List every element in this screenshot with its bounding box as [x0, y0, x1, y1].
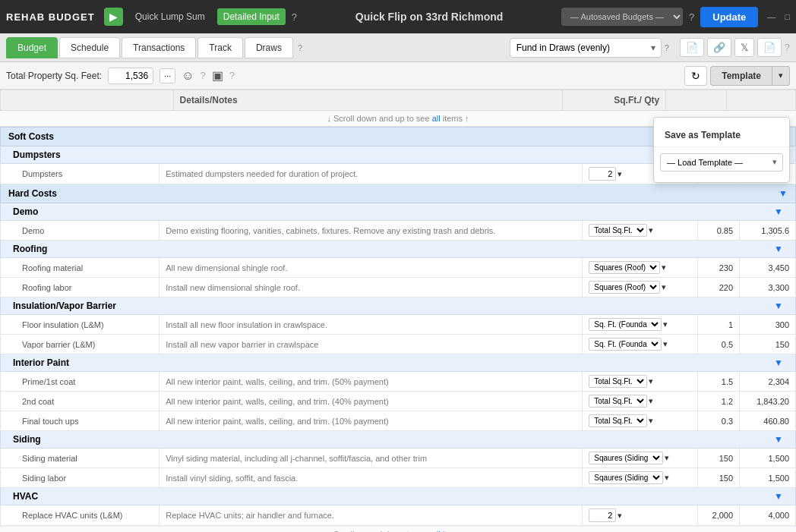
nav-help-icon[interactable]: ?: [292, 11, 297, 23]
qty-input[interactable]: [589, 167, 616, 181]
restore-button[interactable]: □: [785, 12, 790, 21]
sub-arrow[interactable]: ▼: [774, 434, 783, 445]
section-arrow[interactable]: ▼: [779, 188, 788, 199]
section-main-row[interactable]: Hard Costs ▼: [1, 184, 796, 203]
minimize-button[interactable]: —: [767, 12, 775, 21]
section-sub-label: Insulation/Vapor Barrier ▼: [1, 297, 796, 315]
pdf-icon-btn[interactable]: 📄: [757, 38, 782, 57]
tabs-bar: Budget Schedule Transactions Track Draws…: [0, 33, 796, 62]
calc-help[interactable]: ?: [229, 70, 235, 81]
update-button[interactable]: Update: [700, 7, 758, 27]
sqft-type-select[interactable]: Squares (Roof): [589, 281, 660, 294]
sub-arrow[interactable]: ▼: [774, 301, 783, 311]
sqft-type-select[interactable]: Total Sq.Ft.: [589, 414, 647, 427]
sqft-help[interactable]: ?: [201, 70, 206, 81]
row-name: Dumpsters: [1, 164, 160, 184]
top-nav: REHAB BUDGET ▶ Quick Lump Sum Detailed I…: [0, 0, 796, 33]
detailed-input-button[interactable]: Detailed Input: [217, 8, 286, 25]
person-icon[interactable]: ☺: [182, 69, 194, 83]
template-btn-group: Template ▾: [710, 66, 790, 86]
qty-input[interactable]: [589, 508, 616, 522]
icons-help[interactable]: ?: [785, 42, 790, 53]
sqft-dropdown-arrow[interactable]: ▾: [665, 473, 669, 483]
tabs-help-icon[interactable]: ?: [298, 43, 302, 52]
tab-budget[interactable]: Budget: [6, 37, 58, 58]
fund-help-icon[interactable]: ?: [665, 43, 669, 52]
sqft-dots-btn[interactable]: ···: [160, 68, 175, 83]
scroll-hint-all-link[interactable]: all: [432, 114, 441, 123]
row-name: 2nd coat: [1, 392, 160, 411]
sqft-type-select[interactable]: Total Sq.Ft.: [589, 224, 647, 237]
sqft-type-select[interactable]: Total Sq.Ft.: [589, 375, 647, 388]
qty-arrow[interactable]: ▾: [618, 511, 622, 521]
doc-icon-btn[interactable]: 📄: [680, 38, 704, 57]
template-btn[interactable]: Template: [710, 66, 772, 86]
excel-icon-btn[interactable]: 𝕏: [734, 38, 754, 57]
section-sub-row[interactable]: Demo ▼: [1, 203, 796, 221]
row-price: 0.5: [698, 335, 740, 354]
sqft-dropdown-arrow[interactable]: ▾: [649, 396, 653, 406]
sqft-dropdown-arrow[interactable]: ▾: [649, 225, 653, 235]
save-as-template[interactable]: Save as Template: [654, 124, 789, 147]
sqft-dropdown-arrow[interactable]: ▾: [649, 416, 653, 426]
row-sqft: Total Sq.Ft. ▾: [583, 221, 698, 241]
tab-schedule[interactable]: Schedule: [59, 37, 120, 58]
sqft-type-select[interactable]: Total Sq.Ft.: [589, 395, 647, 408]
sqft-dropdown-arrow[interactable]: ▾: [663, 320, 668, 329]
sqft-dropdown-arrow[interactable]: ▾: [663, 339, 668, 349]
tab-track[interactable]: Track: [197, 37, 243, 58]
section-sub-row[interactable]: Roofing ▼: [1, 241, 796, 258]
sqft-type-select[interactable]: Squares (Roof): [589, 261, 660, 274]
sqft-dropdown-arrow[interactable]: ▾: [649, 376, 653, 386]
sqft-type-select[interactable]: Sq. Ft. (Founda: [589, 318, 662, 331]
tab-draws[interactable]: Draws: [245, 37, 293, 58]
row-notes: Install all new floor insulation in craw…: [160, 315, 583, 335]
sqft-type-select[interactable]: Sqaures (Siding: [589, 452, 663, 464]
row-name: Replace HVAC units (L&M): [1, 505, 160, 526]
row-total: 2,304: [740, 372, 796, 392]
sqft-type-select[interactable]: Sqaures (Siding: [589, 471, 663, 484]
section-sub-row[interactable]: HVAC ▼: [1, 488, 796, 505]
sub-arrow[interactable]: ▼: [774, 357, 783, 368]
section-sub-row[interactable]: Siding ▼: [1, 431, 796, 449]
sqft-input[interactable]: [108, 68, 153, 84]
row-total: 4,000: [740, 505, 796, 526]
sqft-dropdown-arrow[interactable]: ▾: [665, 453, 669, 463]
qty-arrow[interactable]: ▾: [618, 169, 622, 179]
calc-icon[interactable]: ▣: [212, 68, 223, 83]
section-sub-row[interactable]: Interior Paint ▼: [1, 354, 796, 372]
second-row: Total Property Sq. Feet: ··· ☺ ? ▣ ? ↻ T…: [0, 62, 796, 90]
col-header-total: [726, 90, 795, 111]
qty-cell: ▾: [589, 508, 691, 522]
quick-lump-sum-button[interactable]: Quick Lump Sum: [129, 8, 211, 25]
section-sub-row[interactable]: Tile ▼: [1, 526, 796, 527]
load-template-select[interactable]: — Load Template —: [660, 153, 783, 172]
col-header-sqft: Sq.Ft./ Qty: [562, 90, 666, 111]
section-main-label: Hard Costs ▼: [1, 184, 796, 203]
sub-arrow[interactable]: ▼: [774, 244, 783, 254]
fund-select[interactable]: Fund in Draws (evenly): [510, 38, 662, 58]
sqft-type-select[interactable]: Sq. Ft. (Founda: [589, 338, 662, 351]
section-sub-row[interactable]: Insulation/Vapor Barrier ▼: [1, 297, 796, 315]
sub-arrow[interactable]: ▼: [774, 491, 783, 502]
autosave-select[interactable]: — Autosaved Budgets —: [561, 8, 683, 26]
row-name: Siding labor: [1, 468, 160, 488]
autosave-help-icon[interactable]: ?: [689, 11, 694, 23]
link-icon-btn[interactable]: 🔗: [707, 38, 731, 57]
sqft-cell: Total Sq.Ft. ▾: [589, 375, 691, 388]
section-sub-label: Tile ▼: [1, 526, 796, 527]
row-notes: All new interior paint, walls, ceiling, …: [160, 392, 583, 411]
sub-arrow[interactable]: ▼: [774, 206, 783, 217]
row-name: Vapor barrier (L&M): [1, 335, 160, 354]
row-name: Demo: [1, 221, 160, 241]
row-notes: All new interior paint, walls, ceiling, …: [160, 372, 583, 392]
sqft-dropdown-arrow[interactable]: ▾: [662, 282, 666, 292]
sqft-dropdown-arrow[interactable]: ▾: [662, 263, 666, 272]
template-arrow-btn[interactable]: ▾: [772, 66, 790, 86]
row-sqft: Total Sq.Ft. ▾: [583, 411, 698, 431]
table-container[interactable]: Soft Costs ▼Dumpsters ▼ Dumpsters Estima…: [0, 127, 796, 527]
tab-transactions[interactable]: Transactions: [122, 37, 196, 58]
row-name: Roofing material: [1, 258, 160, 278]
camera-button[interactable]: ▶: [104, 8, 123, 26]
refresh-btn[interactable]: ↻: [684, 66, 707, 86]
